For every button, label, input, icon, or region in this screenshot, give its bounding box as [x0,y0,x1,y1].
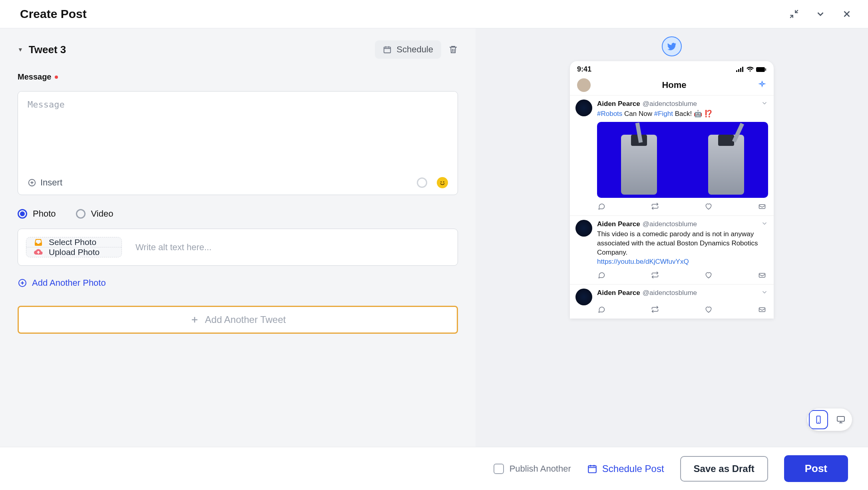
schedule-button[interactable]: Schedule [375,40,441,59]
svg-rect-6 [736,70,737,72]
phone-status-bar: 9:41 [570,61,774,75]
tweet-engagement-bar [597,267,768,283]
mobile-icon [814,415,823,424]
svg-rect-0 [384,47,391,53]
schedule-post-label: Schedule Post [602,463,664,474]
chevron-down-icon [761,289,768,296]
svg-rect-14 [759,307,765,311]
schedule-post-button[interactable]: Schedule Post [587,463,664,474]
share-icon [758,305,766,314]
dialog-title: Create Post [20,7,87,21]
tweet-author-name: Aiden Pearce [597,289,640,297]
retweet-icon [651,305,659,314]
status-time: 9:41 [577,65,591,74]
message-input[interactable] [18,92,458,172]
post-button[interactable]: Post [784,455,848,482]
trash-icon[interactable] [448,45,458,54]
twitter-network-badge [662,36,682,56]
dialog-body: ▼ Tweet 3 Schedule Message [0,28,868,447]
svg-point-3 [440,181,442,183]
tweet-link: https://youtu.be/dKjCWfuvYxQ [597,257,768,267]
tweet-avatar [575,289,592,305]
desktop-view-button[interactable] [830,408,852,431]
insert-label: Insert [40,177,62,188]
tweet-title: Tweet 3 [29,44,66,56]
add-photo-label: Add Another Photo [32,278,106,288]
svg-rect-11 [765,68,766,71]
media-type-video[interactable]: Video [76,209,113,219]
preview-panel: 9:41 Home Aiden Pearce@aide [476,28,868,447]
message-label: Message [18,72,458,82]
tweet-author-handle: @aidenctosblume [643,100,697,108]
photo-radio-label: Photo [33,209,56,219]
media-type-radio-group: Photo Video [18,209,458,219]
dialog-header: Create Post [0,0,868,28]
media-type-photo[interactable]: Photo [18,209,56,219]
plus-circle-icon [18,278,27,288]
plus-icon [190,315,199,325]
feed-title: Home [662,80,686,90]
svg-point-2 [438,179,446,187]
character-count-indicator [417,177,427,188]
cloud-upload-icon [34,247,43,257]
message-box: Insert [18,91,458,195]
save-draft-button[interactable]: Save as Draft [680,456,768,482]
checkbox-icon [494,464,504,474]
chevron-down-icon[interactable] [815,9,826,19]
tweet-engagement-bar [597,198,768,214]
plus-circle-icon [28,178,36,187]
add-another-photo-button[interactable]: Add Another Photo [18,278,458,288]
svg-rect-12 [759,205,765,209]
reply-icon [597,202,606,211]
minimize-icon[interactable] [789,9,799,19]
video-radio-label: Video [91,209,113,219]
photo-source-sidebar: Select Photo Upload Photo [26,237,122,257]
mobile-view-button[interactable] [809,410,828,429]
battery-icon [756,67,766,72]
emoji-picker-button[interactable] [437,177,448,188]
smiley-icon [438,178,447,187]
desktop-icon [836,415,846,424]
add-another-tweet-button[interactable]: Add Another Tweet [18,306,458,334]
wifi-icon [747,67,754,72]
calendar-icon [587,464,597,474]
chevron-down-icon [761,100,768,107]
alt-text-input[interactable] [131,237,450,257]
svg-rect-7 [738,69,739,72]
sparkle-icon [758,81,766,90]
message-footer: Insert [18,172,458,195]
tweet-text: #Robots Can Now #Fight Back! 🤖 ⁉️ [597,110,768,119]
svg-rect-8 [740,68,741,72]
tweet-avatar [575,220,592,237]
retweet-icon [651,202,659,211]
signal-icon [736,67,744,72]
insert-button[interactable]: Insert [28,177,62,188]
required-indicator [55,76,58,79]
tweet-author-name: Aiden Pearce [597,220,640,228]
reply-icon [597,305,606,314]
collapse-toggle-icon[interactable]: ▼ [18,46,23,53]
create-post-dialog: Create Post ▼ Tweet 3 Schedule [0,0,868,490]
upload-photo-button[interactable]: Upload Photo [26,247,121,257]
like-icon [704,271,713,279]
photo-box: Select Photo Upload Photo [18,229,458,266]
share-icon [758,271,766,279]
calendar-icon [383,45,392,54]
svg-rect-17 [588,466,596,472]
dialog-footer: Publish Another Schedule Post Save as Dr… [0,447,868,490]
publish-another-checkbox[interactable]: Publish Another [494,464,571,474]
tweet-author-name: Aiden Pearce [597,100,640,108]
svg-rect-13 [759,273,765,277]
preview-tweet-3: Aiden Pearce@aidenctosblume [570,285,774,319]
preview-view-toggle [807,408,852,431]
close-icon[interactable] [842,9,852,19]
preview-tweet-1: Aiden Pearce@aidenctosblume #Robots Can … [570,96,774,215]
select-photo-button[interactable]: Select Photo [26,237,121,247]
editor-panel: ▼ Tweet 3 Schedule Message [0,28,476,447]
tweet-header: ▼ Tweet 3 Schedule [18,40,458,59]
reply-icon [597,271,606,279]
twitter-icon [667,41,677,52]
svg-rect-9 [742,67,743,72]
tweet-author-handle: @aidenctosblume [643,220,697,228]
upload-photo-label: Upload Photo [49,247,100,257]
